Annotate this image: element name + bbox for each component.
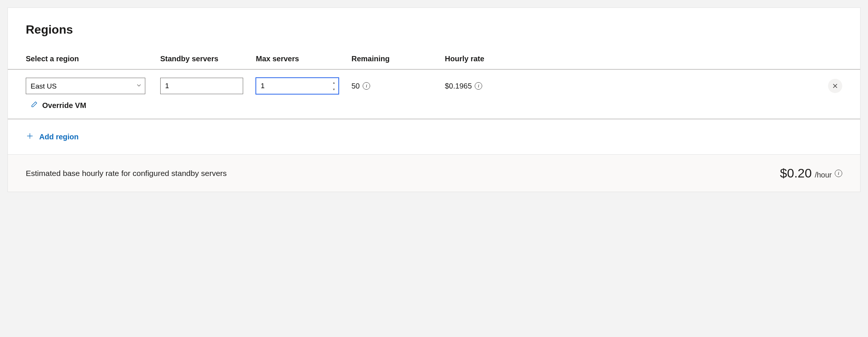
- hourly-rate-value: $0.1965: [445, 82, 472, 90]
- stepper-up-icon[interactable]: ▲: [331, 79, 337, 86]
- estimate-info-icon[interactable]: i: [835, 170, 842, 177]
- estimate-text: Estimated base hourly rate for configure…: [26, 169, 227, 178]
- max-servers-stepper[interactable]: ▲ ▼: [331, 79, 337, 93]
- override-vm-link[interactable]: Override VM: [8, 94, 860, 119]
- col-header-rate: Hourly rate: [445, 55, 820, 63]
- estimate-amount: $0.20: [780, 166, 812, 180]
- add-region-label: Add region: [39, 133, 79, 141]
- close-icon: [832, 83, 838, 89]
- section-title: Regions: [26, 23, 842, 37]
- col-header-remaining: Remaining: [351, 55, 445, 63]
- delete-region-button[interactable]: [828, 79, 842, 93]
- remaining-info-icon[interactable]: i: [363, 82, 370, 90]
- hourly-rate-info-icon[interactable]: i: [475, 82, 482, 90]
- region-select-wrap: East US: [26, 78, 145, 94]
- plus-icon: [26, 132, 34, 142]
- col-header-standby: Standby servers: [160, 55, 256, 63]
- table-header: Select a region Standby servers Max serv…: [8, 46, 860, 69]
- col-header-region: Select a region: [26, 55, 160, 63]
- max-servers-input[interactable]: [256, 78, 339, 94]
- add-region-button[interactable]: Add region: [8, 119, 860, 155]
- stepper-down-icon[interactable]: ▼: [331, 86, 337, 93]
- estimate-per: /hour: [815, 171, 832, 179]
- estimate-footer: Estimated base hourly rate for configure…: [8, 155, 860, 192]
- standby-servers-input[interactable]: [160, 78, 243, 94]
- override-vm-label: Override VM: [42, 101, 86, 110]
- card-header: Regions: [8, 8, 860, 46]
- regions-card: Regions Select a region Standby servers …: [7, 7, 861, 192]
- region-row: East US ▲ ▼: [8, 69, 860, 94]
- remaining-value: 50: [351, 82, 360, 90]
- region-select[interactable]: East US: [26, 78, 145, 94]
- col-header-max: Max servers: [256, 55, 351, 63]
- pencil-icon: [30, 101, 38, 110]
